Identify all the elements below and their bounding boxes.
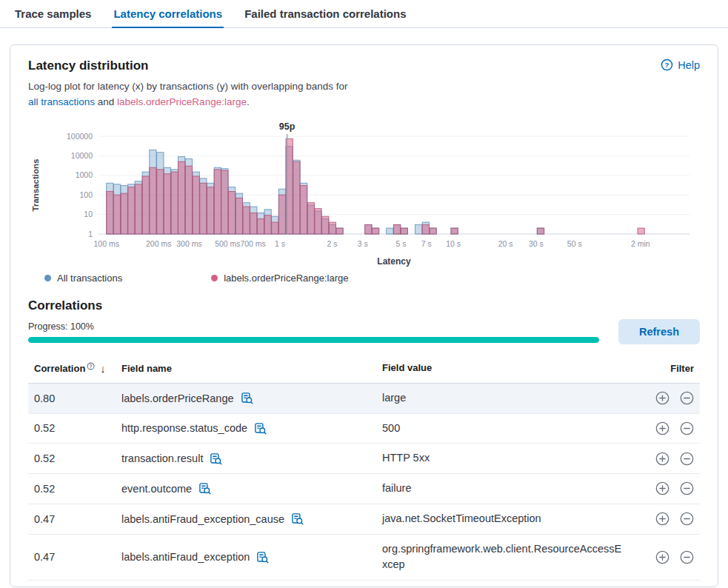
table-row[interactable]: 0.52event.outcomefailure bbox=[28, 474, 700, 504]
order-price-range-link[interactable]: labels.orderPriceRange:large bbox=[117, 96, 247, 107]
svg-text:Latency: Latency bbox=[377, 256, 411, 267]
svg-text:50 s: 50 s bbox=[567, 239, 582, 248]
field-value: 500 bbox=[382, 421, 635, 437]
description-line2: all transactions and labels.orderPriceRa… bbox=[28, 95, 700, 110]
field-stats-icon[interactable] bbox=[254, 422, 267, 435]
table-row[interactable]: 0.52transaction.resultHTTP 5xx bbox=[28, 444, 700, 474]
filter-out-value-icon[interactable] bbox=[680, 421, 694, 435]
field-stats-icon[interactable] bbox=[256, 551, 269, 564]
legend-dot-order-price-range bbox=[211, 275, 218, 281]
svg-text:500 ms: 500 ms bbox=[215, 239, 240, 248]
tab-trace-samples[interactable]: Trace samples bbox=[13, 0, 93, 27]
svg-text:?: ? bbox=[665, 61, 669, 69]
panel-header: Latency distribution ? Help bbox=[28, 59, 700, 73]
description-joiner: and bbox=[95, 96, 117, 107]
column-header-filter: Filter bbox=[635, 363, 694, 374]
legend-label-order-price-range: labels.orderPriceRange:large bbox=[224, 273, 348, 284]
panel-title: Latency distribution bbox=[28, 59, 148, 73]
filter-cell bbox=[635, 391, 694, 405]
field-stats-icon[interactable] bbox=[210, 452, 222, 465]
chart-legend: All transactions labels.orderPriceRange:… bbox=[28, 273, 700, 284]
progress-column: Progress: 100% bbox=[28, 321, 599, 343]
svg-text:300 ms: 300 ms bbox=[176, 239, 201, 248]
filter-cell bbox=[635, 512, 694, 526]
correlation-value: 0.47 bbox=[34, 513, 121, 525]
legend-item-order-price-range[interactable]: labels.orderPriceRange:large bbox=[211, 273, 348, 284]
svg-text:7 s: 7 s bbox=[421, 239, 432, 248]
filter-out-value-icon[interactable] bbox=[680, 391, 694, 405]
help-link[interactable]: ? Help bbox=[661, 59, 700, 71]
correlation-value: 0.47 bbox=[34, 551, 121, 563]
svg-text:5 s: 5 s bbox=[396, 239, 407, 248]
filter-for-value-icon[interactable] bbox=[655, 512, 669, 526]
chart-description: Log-log plot for latency (x) by transact… bbox=[28, 79, 700, 110]
latency-distribution-chart[interactable]: 110100100010000100000100 ms200 ms300 ms5… bbox=[28, 120, 698, 268]
table-row[interactable]: 0.47labels.antiFraud_exception_causejava… bbox=[28, 504, 700, 535]
filter-out-value-icon[interactable] bbox=[680, 550, 694, 564]
svg-text:?: ? bbox=[90, 364, 93, 369]
column-header-field-value: Field value bbox=[382, 361, 635, 375]
filter-for-value-icon[interactable] bbox=[655, 421, 669, 435]
field-name: labels.orderPriceRange bbox=[121, 392, 234, 404]
field-name-cell: labels.orderPriceRange bbox=[121, 392, 382, 404]
progress-row: Progress: 100% Refresh bbox=[28, 319, 700, 344]
svg-text:200 ms: 200 ms bbox=[146, 239, 171, 248]
svg-text:10: 10 bbox=[84, 210, 93, 218]
filter-out-value-icon[interactable] bbox=[680, 481, 694, 495]
field-name: labels.antiFraud_exception_cause bbox=[121, 513, 284, 525]
svg-text:10000: 10000 bbox=[71, 151, 93, 160]
filter-cell bbox=[635, 452, 694, 466]
sort-descending-icon[interactable]: ↓ bbox=[100, 362, 106, 375]
field-stats-icon[interactable] bbox=[198, 482, 211, 495]
svg-text:2 min: 2 min bbox=[631, 239, 650, 248]
svg-text:100: 100 bbox=[79, 190, 93, 199]
tab-bar: Trace samples Latency correlations Faile… bbox=[0, 0, 728, 28]
tab-failed-transaction-correlations[interactable]: Failed transaction correlations bbox=[243, 0, 407, 27]
progress-bar-fill bbox=[28, 337, 599, 343]
tab-latency-correlations[interactable]: Latency correlations bbox=[112, 0, 224, 28]
field-name-cell: transaction.result bbox=[121, 452, 382, 465]
filter-for-value-icon[interactable] bbox=[655, 550, 669, 564]
table-body: 0.80labels.orderPriceRangelarge0.52http.… bbox=[28, 384, 700, 581]
svg-text:2 s: 2 s bbox=[327, 239, 337, 248]
svg-text:100000: 100000 bbox=[67, 132, 93, 141]
table-row[interactable]: 0.52http.response.status_code500 bbox=[28, 414, 700, 444]
column-header-field-name: Field name bbox=[121, 363, 382, 374]
table-row[interactable]: 0.80labels.orderPriceRangelarge bbox=[28, 384, 700, 414]
svg-text:10 s: 10 s bbox=[446, 239, 461, 248]
filter-for-value-icon[interactable] bbox=[655, 391, 669, 405]
refresh-button[interactable]: Refresh bbox=[618, 319, 700, 344]
description-suffix: . bbox=[247, 96, 250, 107]
filter-for-value-icon[interactable] bbox=[655, 452, 669, 466]
svg-text:20 s: 20 s bbox=[498, 239, 513, 248]
filter-out-value-icon[interactable] bbox=[680, 512, 694, 526]
field-stats-icon[interactable] bbox=[241, 392, 253, 404]
progress-bar bbox=[28, 337, 599, 343]
svg-text:Transactions: Transactions bbox=[31, 159, 40, 212]
legend-item-all-transactions[interactable]: All transactions bbox=[44, 273, 122, 284]
all-transactions-link[interactable]: all transactions bbox=[28, 96, 95, 107]
correlation-info-icon[interactable]: ? bbox=[87, 362, 95, 370]
field-name-cell: event.outcome bbox=[121, 482, 382, 495]
column-header-correlation[interactable]: Correlation ? ↓ bbox=[34, 362, 121, 375]
svg-text:3 s: 3 s bbox=[358, 239, 368, 248]
description-line1: Log-log plot for latency (x) by transact… bbox=[28, 79, 700, 95]
filter-for-value-icon[interactable] bbox=[655, 481, 669, 495]
help-label: Help bbox=[678, 59, 700, 71]
field-value: HTTP 5xx bbox=[382, 450, 635, 467]
correlation-value: 0.52 bbox=[34, 422, 121, 434]
svg-text:100 ms: 100 ms bbox=[93, 239, 118, 248]
table-row[interactable]: 0.47labels.antiFraud_exceptionorg.spring… bbox=[28, 535, 700, 581]
latency-distribution-chart-container: 110100100010000100000100 ms200 ms300 ms5… bbox=[28, 120, 700, 271]
svg-text:1: 1 bbox=[88, 230, 93, 238]
field-name-cell: labels.antiFraud_exception bbox=[121, 551, 382, 564]
legend-label-all-transactions: All transactions bbox=[57, 273, 122, 284]
correlations-table: Correlation ? ↓ Field name Field value F… bbox=[28, 358, 700, 581]
correlations-title: Correlations bbox=[28, 298, 700, 313]
filter-out-value-icon[interactable] bbox=[680, 452, 694, 466]
field-value: large bbox=[382, 390, 635, 407]
svg-text:1000: 1000 bbox=[76, 171, 93, 180]
field-value: org.springframework.web.client.ResourceA… bbox=[382, 541, 635, 574]
field-stats-icon[interactable] bbox=[291, 512, 304, 525]
field-value: java.net.SocketTimeoutException bbox=[382, 511, 635, 527]
